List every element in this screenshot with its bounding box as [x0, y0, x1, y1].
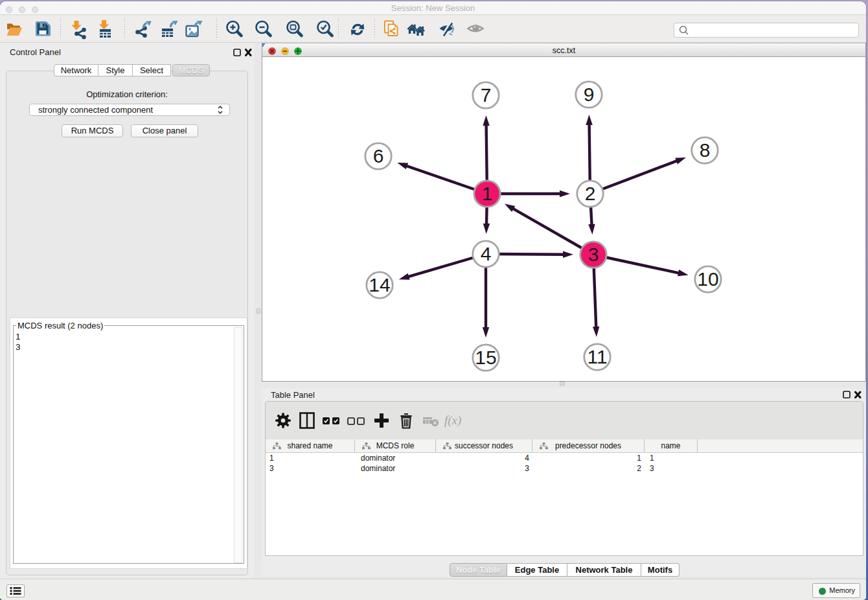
- svg-text:3: 3: [588, 244, 599, 265]
- svg-text:15: 15: [475, 347, 496, 368]
- svg-text:2: 2: [585, 183, 596, 204]
- svg-text:11: 11: [587, 346, 607, 367]
- svg-text:9: 9: [584, 84, 595, 105]
- svg-text:10: 10: [697, 268, 718, 290]
- svg-text:14: 14: [369, 274, 390, 295]
- svg-text:4: 4: [481, 243, 492, 264]
- svg-text:7: 7: [481, 84, 492, 106]
- svg-text:1: 1: [482, 183, 493, 204]
- svg-text:6: 6: [373, 145, 384, 167]
- svg-text:8: 8: [700, 139, 711, 161]
